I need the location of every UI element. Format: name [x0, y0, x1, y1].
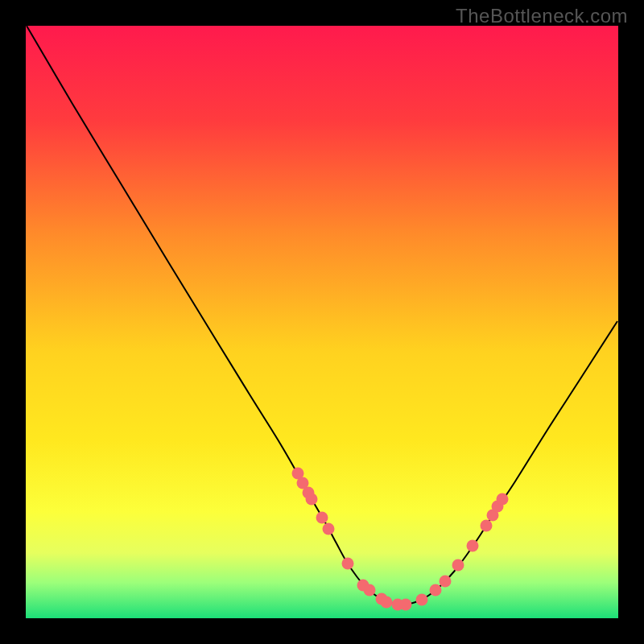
dot — [481, 520, 493, 532]
dot — [342, 558, 354, 570]
dot — [452, 559, 464, 572]
gradient-background — [26, 26, 618, 618]
dot — [306, 493, 318, 506]
dot — [467, 540, 479, 552]
dot — [416, 594, 428, 606]
dot — [497, 493, 509, 506]
dot — [400, 599, 412, 611]
dot — [440, 576, 452, 588]
chart-svg — [0, 0, 644, 644]
chart-frame: TheBottleneck.com — [0, 0, 644, 644]
dot — [381, 597, 393, 609]
dot — [323, 523, 335, 535]
dot — [364, 584, 376, 597]
dot — [316, 512, 328, 524]
dot — [430, 584, 442, 597]
